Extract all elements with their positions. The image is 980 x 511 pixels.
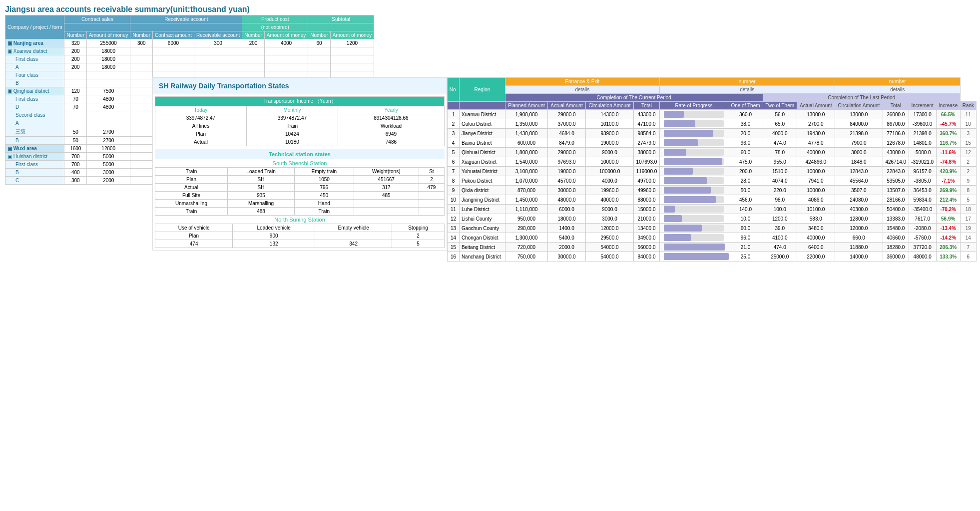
rt-total: 119000.0 bbox=[634, 167, 660, 176]
rt-total: 107693.0 bbox=[634, 157, 660, 167]
rt-one: 96.0 bbox=[728, 233, 763, 243]
rt-progress bbox=[659, 214, 728, 224]
progress-bar-container bbox=[664, 120, 724, 127]
actual-sh: SH bbox=[228, 184, 295, 192]
sub-all: All lines bbox=[155, 122, 247, 130]
left-row-n1: 70 bbox=[64, 103, 87, 111]
rt-planned: 1,350,000 bbox=[505, 119, 547, 129]
left-row-a1: 3000 bbox=[87, 169, 130, 177]
rt-progress bbox=[659, 224, 728, 233]
period-today: Today bbox=[155, 106, 247, 114]
left-row-a2: 4000 bbox=[264, 39, 308, 47]
rt-rank: 12 bbox=[960, 148, 976, 157]
table-row: 15 Beitang District 720,000 2000.0 54000… bbox=[448, 243, 977, 252]
rt-progress bbox=[659, 138, 728, 148]
rt-planned: 1,540,000 bbox=[505, 157, 547, 167]
left-row-a3 bbox=[330, 63, 374, 71]
left-row-n1: 200 bbox=[64, 55, 87, 63]
left-row-label: A bbox=[5, 119, 64, 127]
left-row-a2 bbox=[264, 63, 308, 71]
rt-circ: 19960.0 bbox=[585, 186, 633, 195]
rt-circ: 19000.0 bbox=[585, 138, 633, 148]
rt-actual: 30000.0 bbox=[548, 186, 586, 195]
rt-actual: 18000.0 bbox=[548, 214, 586, 224]
rt-last-total: 13507.0 bbox=[883, 186, 909, 195]
plan-st: 2 bbox=[419, 176, 444, 184]
two-h: Two of Them bbox=[763, 102, 797, 110]
rt-increment: 96157.0 bbox=[909, 167, 936, 176]
progress-bar-container bbox=[664, 168, 724, 175]
rt-rank: 7 bbox=[960, 243, 976, 252]
rt-one: 20.0 bbox=[728, 129, 763, 138]
rt-region: Region bbox=[459, 78, 505, 102]
rt-one: 10.0 bbox=[728, 214, 763, 224]
left-row-n1: 200 bbox=[64, 63, 87, 71]
rt-last-circ: 14000.0 bbox=[835, 252, 883, 261]
rt-actual: 97693.0 bbox=[548, 157, 586, 167]
left-row-n2 bbox=[130, 103, 153, 111]
rt-increase: 420.9% bbox=[936, 167, 960, 176]
details1: details bbox=[505, 86, 659, 94]
empty-cell1 bbox=[354, 200, 419, 208]
rt-no-cell: 2 bbox=[448, 119, 460, 129]
actual-stopping: 5 bbox=[392, 240, 445, 248]
rt-one: 28.0 bbox=[728, 176, 763, 186]
rt-progress bbox=[659, 186, 728, 195]
progress-bar-container bbox=[664, 139, 724, 146]
left-row-a1: 2000 bbox=[87, 177, 130, 185]
left-row-n1: 700 bbox=[64, 161, 87, 169]
left-row-a1: 5000 bbox=[87, 161, 130, 169]
rt-region-cell: Pukou District bbox=[459, 176, 505, 186]
rt-last-actual: 4086.0 bbox=[797, 195, 835, 205]
rt-two: 65.0 bbox=[763, 119, 797, 129]
rt-increase: 360.7% bbox=[936, 129, 960, 138]
rt-two: 78.0 bbox=[763, 148, 797, 157]
rt-region-cell: Gulou District bbox=[459, 119, 505, 129]
col-subtotal-empty bbox=[308, 23, 374, 31]
period-yearly: Yearly bbox=[338, 106, 444, 114]
left-row-label: First class bbox=[5, 95, 64, 103]
rt-last-circ: 12843.0 bbox=[835, 167, 883, 176]
rt-rank: 11 bbox=[960, 110, 976, 119]
rt-last-total: 426714.0 bbox=[883, 157, 909, 167]
table-row: 7 Yuhuatai District 3,100,000 19000.0 10… bbox=[448, 167, 977, 176]
rt-increase: 269.9% bbox=[936, 186, 960, 195]
rt-last-circ: 3000.0 bbox=[835, 148, 883, 157]
rt-two: 98.0 bbox=[763, 195, 797, 205]
actual-loaded: 317 bbox=[354, 184, 419, 192]
col-sub-amt: Amount of money bbox=[330, 31, 374, 39]
plan-weight: 451667 bbox=[354, 176, 419, 184]
left-row-n1: 120 bbox=[64, 87, 87, 95]
rt-progress bbox=[659, 176, 728, 186]
left-row-n4 bbox=[308, 55, 331, 63]
left-row-n2: 300 bbox=[130, 39, 153, 47]
rt-total: 27479.0 bbox=[634, 138, 660, 148]
details2: details bbox=[659, 86, 835, 94]
rt-progress bbox=[659, 205, 728, 214]
progress-bar-fill bbox=[664, 158, 722, 165]
left-row-a3 bbox=[330, 55, 374, 63]
rt-region-cell: Gaochun County bbox=[459, 224, 505, 233]
last-actual-h: Actual Amount bbox=[797, 102, 835, 110]
unmarshalling-label: Unmarshalling bbox=[155, 200, 228, 208]
rt-rank: 3 bbox=[960, 129, 976, 138]
railway-panel: SH Railway Daily Transportation States T… bbox=[152, 77, 447, 251]
rt-no-h bbox=[448, 102, 460, 110]
rt-total: 13400.0 bbox=[634, 224, 660, 233]
left-row-a1: 2700 bbox=[87, 137, 130, 145]
rt-total: 38000.0 bbox=[634, 148, 660, 157]
left-row-label: First class bbox=[5, 55, 64, 63]
rate-h: Rate of Progress bbox=[659, 102, 728, 110]
plan-empty-v bbox=[315, 232, 392, 240]
left-row-label: B bbox=[5, 79, 64, 87]
rt-planned: 950,000 bbox=[505, 214, 547, 224]
left-row-n3 bbox=[242, 47, 265, 55]
today-val: 33974872.47 bbox=[155, 114, 247, 122]
rt-progress bbox=[659, 110, 728, 119]
col-sub-num: Number bbox=[308, 31, 331, 39]
left-row-n2 bbox=[130, 153, 153, 161]
col-cs-empty bbox=[64, 23, 130, 31]
rt-actual: 5400.0 bbox=[548, 233, 586, 243]
rt-no-cell: 12 bbox=[448, 214, 460, 224]
left-row-n2 bbox=[130, 145, 153, 153]
